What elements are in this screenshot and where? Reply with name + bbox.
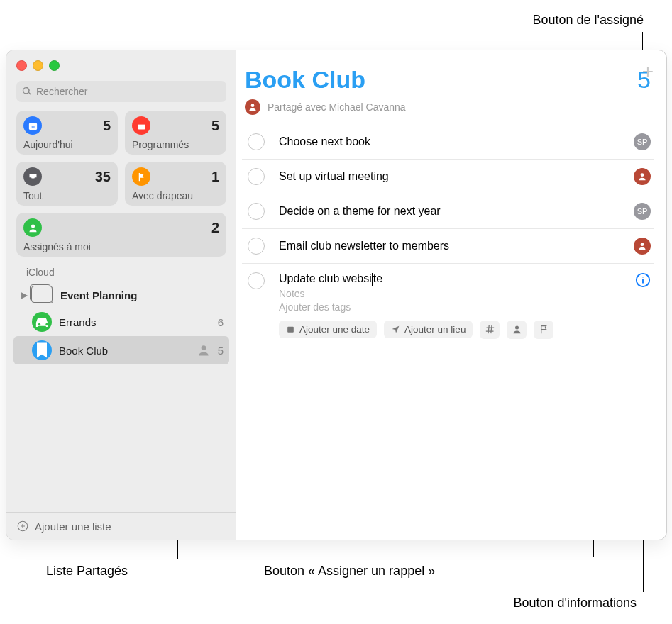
task-title: Choose next book — [279, 135, 634, 148]
user-lists: ▶ Event Planning Errands 6 Book Club 5 — [6, 281, 236, 366]
main-content: + Book Club 5 Partagé avec Michael Cavan… — [236, 50, 666, 540]
list-header: Book Club 5 — [242, 62, 654, 94]
list-name: Event Planning — [60, 289, 224, 301]
chevron-right-icon[interactable]: ▶ — [19, 290, 29, 300]
completion-radio[interactable] — [248, 168, 265, 185]
search-placeholder: Rechercher — [36, 86, 87, 97]
callout-info-button: Bouton d'informations — [513, 596, 637, 611]
smart-scheduled-count: 5 — [211, 118, 219, 134]
account-label: iCloud — [6, 264, 236, 281]
title-text-after: te — [373, 272, 382, 284]
smart-flagged[interactable]: 1 Avec drapeau — [125, 162, 226, 206]
completion-radio[interactable] — [248, 203, 265, 220]
sidebar: Rechercher 10 5 Aujourd'hui 5 — [6, 50, 236, 540]
task-title: Set up virtual meeting — [279, 170, 634, 183]
svg-point-14 — [515, 326, 519, 330]
smart-flagged-count: 1 — [211, 169, 219, 185]
add-location-chip[interactable]: Ajouter un lieu — [384, 321, 473, 338]
add-list-button[interactable]: Ajouter une liste — [6, 512, 236, 540]
calendar-today-icon: 10 — [23, 116, 42, 135]
add-list-label: Ajouter une liste — [35, 520, 111, 533]
avatar — [245, 99, 260, 115]
list-name: Book Club — [59, 345, 197, 357]
completion-radio[interactable] — [248, 272, 265, 289]
task-row[interactable]: Set up virtual meeting — [242, 160, 654, 194]
person-icon — [23, 218, 42, 237]
location-icon — [391, 325, 400, 334]
add-date-chip[interactable]: Ajouter une date — [279, 321, 377, 338]
smart-all-label: Tout — [23, 190, 111, 201]
smart-today-label: Aujourd'hui — [23, 139, 111, 150]
completion-radio[interactable] — [248, 238, 265, 255]
list-name: Errands — [59, 316, 214, 328]
completion-radio[interactable] — [248, 133, 265, 150]
shared-info[interactable]: Partagé avec Michael Cavanna — [242, 94, 654, 125]
assignee-badge[interactable]: SP — [634, 203, 651, 220]
assign-button[interactable] — [507, 321, 527, 339]
list-count: 6 — [214, 316, 224, 328]
search-input[interactable]: Rechercher — [16, 81, 226, 102]
task-title-input[interactable]: Update club website — [279, 272, 635, 286]
assignee-badge[interactable]: SP — [634, 133, 651, 150]
shared-list-icon — [197, 343, 211, 357]
smart-all[interactable]: 35 Tout — [16, 162, 118, 206]
search-icon — [22, 87, 32, 96]
list-errands[interactable]: Errands 6 — [13, 308, 229, 336]
task-row-editing[interactable]: Update club website Notes Ajouter des ta… — [242, 264, 654, 347]
calendar-icon — [286, 325, 295, 334]
callout-shared-list: Liste Partagés — [46, 564, 128, 579]
smart-today-count: 5 — [103, 118, 111, 134]
tray-icon — [23, 167, 42, 186]
svg-point-5 — [31, 224, 35, 228]
svg-text:10: 10 — [31, 124, 35, 128]
list-title: Book Club — [245, 66, 365, 94]
smart-all-count: 35 — [95, 169, 111, 185]
svg-point-11 — [641, 173, 644, 177]
shared-text: Partagé avec Michael Cavanna — [268, 101, 406, 113]
svg-point-12 — [641, 243, 644, 246]
flag-button[interactable] — [534, 321, 553, 339]
svg-rect-13 — [287, 327, 294, 333]
task-row[interactable]: Email club newsletter to members — [242, 229, 654, 264]
svg-rect-3 — [138, 123, 145, 125]
flag-icon — [539, 324, 549, 335]
list-event-planning[interactable]: ▶ Event Planning — [13, 282, 229, 308]
plus-circle-icon — [16, 520, 29, 533]
tags-field[interactable]: Ajouter des tags — [279, 301, 635, 313]
person-icon — [512, 324, 522, 335]
task-list: Choose next book SP Set up virtual meeti… — [242, 125, 654, 540]
title-text-before: Update club websi — [279, 272, 372, 284]
task-title: Email club newsletter to members — [279, 240, 634, 252]
list-book-club[interactable]: Book Club 5 — [13, 336, 229, 364]
car-icon — [32, 312, 52, 332]
flag-icon — [132, 167, 150, 186]
callout-line — [453, 574, 593, 574]
minimize-window-button[interactable] — [33, 60, 43, 71]
smart-assigned[interactable]: 2 Assignés à moi — [16, 213, 226, 257]
smart-today[interactable]: 10 5 Aujourd'hui — [16, 111, 118, 155]
callout-assign-reminder: Bouton « Assigner un rappel » — [264, 564, 435, 579]
close-window-button[interactable] — [16, 60, 27, 71]
add-tag-button[interactable] — [480, 321, 500, 339]
zoom-window-button[interactable] — [49, 60, 60, 71]
assignee-badge[interactable] — [634, 238, 651, 255]
bookmark-icon — [32, 340, 52, 360]
svg-point-10 — [251, 104, 255, 107]
task-row[interactable]: Choose next book SP — [242, 125, 654, 160]
smart-scheduled[interactable]: 5 Programmés — [125, 111, 226, 155]
assignee-badge[interactable] — [634, 168, 651, 185]
svg-point-17 — [642, 277, 643, 277]
smart-lists: 10 5 Aujourd'hui 5 Programmés — [6, 111, 236, 264]
hash-icon — [485, 324, 495, 335]
smart-scheduled-label: Programmés — [132, 139, 219, 150]
info-button[interactable] — [635, 272, 651, 288]
add-reminder-button[interactable]: + — [642, 60, 654, 83]
notes-field[interactable]: Notes — [279, 288, 635, 299]
task-row[interactable]: Decide on a theme for next year SP — [242, 194, 654, 229]
task-title: Decide on a theme for next year — [279, 205, 634, 218]
group-stack-icon — [32, 286, 53, 303]
chip-label: Ajouter une date — [299, 324, 370, 335]
smart-flagged-label: Avec drapeau — [132, 190, 219, 201]
callout-assignee-button: Bouton de l'assigné — [532, 13, 644, 28]
svg-point-6 — [201, 345, 206, 350]
